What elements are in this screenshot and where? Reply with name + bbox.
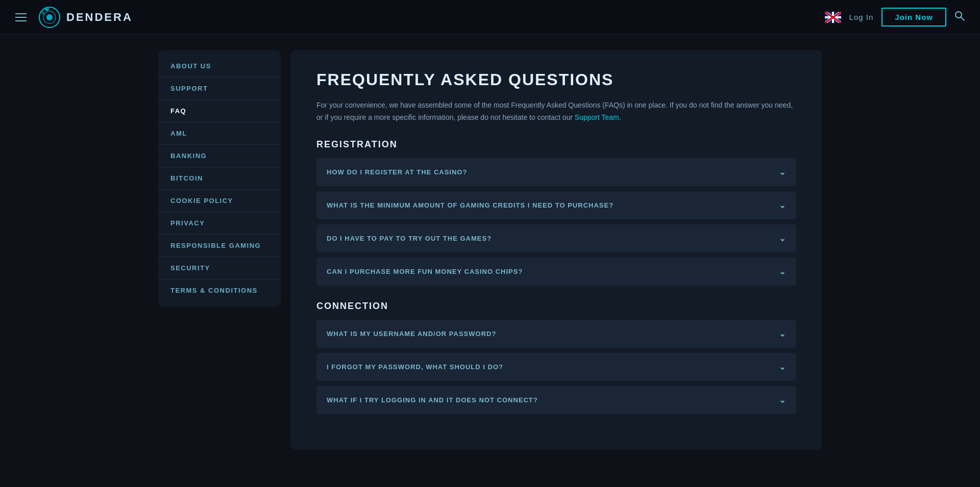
sidebar-item-security[interactable]: SECURITY <box>158 257 281 279</box>
faq-question-7[interactable]: WHAT IF I TRY LOGGING IN AND IT DOES NOT… <box>316 386 796 414</box>
faq-item-2: WHAT IS THE MINIMUM AMOUNT OF GAMING CRE… <box>316 191 796 219</box>
faq-question-1[interactable]: HOW DO I REGISTER AT THE CASINO? ⌄ <box>316 158 796 186</box>
chevron-down-icon: ⌄ <box>779 329 786 339</box>
language-flag[interactable] <box>825 12 841 23</box>
hamburger-menu[interactable] <box>15 13 27 21</box>
faq-item-4: CAN I PURCHASE MORE FUN MONEY CASINO CHI… <box>316 258 796 286</box>
sidebar-item-privacy[interactable]: PRIVACY <box>158 212 281 235</box>
chevron-down-icon: ⌄ <box>779 267 786 276</box>
chevron-down-icon: ⌄ <box>779 234 786 243</box>
sidebar-item-bitcoin[interactable]: BITCOIN <box>158 167 281 190</box>
sidebar-item-faq[interactable]: FAQ <box>158 100 281 122</box>
faq-item-7: WHAT IF I TRY LOGGING IN AND IT DOES NOT… <box>316 386 796 414</box>
faq-section-registration: REGISTRATION HOW DO I REGISTER AT THE CA… <box>316 139 796 286</box>
logo[interactable]: DENDERA <box>37 5 133 30</box>
sidebar: ABOUT US SUPPORT FAQ AML BANKING BITCOIN… <box>158 50 281 306</box>
sidebar-item-cookie-policy[interactable]: COOKIE POLICY <box>158 190 281 212</box>
svg-line-4 <box>961 17 964 20</box>
faq-question-5[interactable]: WHAT IS MY USERNAME AND/OR PASSWORD? ⌄ <box>316 320 796 348</box>
chevron-down-icon: ⌄ <box>779 200 786 210</box>
chevron-down-icon: ⌄ <box>779 362 786 372</box>
intro-paragraph: For your convenience, we have assembled … <box>316 99 796 124</box>
login-button[interactable]: Log In <box>849 13 874 21</box>
faq-section-connection: CONNECTION WHAT IS MY USERNAME AND/OR PA… <box>316 301 796 414</box>
sidebar-item-aml[interactable]: AML <box>158 122 281 145</box>
sidebar-item-responsible-gaming[interactable]: RESPONSIBLE GAMING <box>158 235 281 257</box>
join-button[interactable]: Join Now <box>881 8 946 27</box>
faq-question-4[interactable]: CAN I PURCHASE MORE FUN MONEY CASINO CHI… <box>316 258 796 286</box>
faq-question-6[interactable]: I FORGOT MY PASSWORD, WHAT SHOULD I DO? … <box>316 353 796 381</box>
main-content: FREQUENTLY ASKED QUESTIONS For your conv… <box>291 50 822 450</box>
faq-question-2[interactable]: WHAT IS THE MINIMUM AMOUNT OF GAMING CRE… <box>316 191 796 219</box>
search-button[interactable] <box>954 11 965 23</box>
faq-question-3[interactable]: DO I HAVE TO PAY TO TRY OUT THE GAMES? ⌄ <box>316 224 796 252</box>
sidebar-item-terms[interactable]: TERMS & CONDITIONS <box>158 279 281 301</box>
faq-item-5: WHAT IS MY USERNAME AND/OR PASSWORD? ⌄ <box>316 320 796 348</box>
logo-text: DENDERA <box>66 11 133 24</box>
svg-point-3 <box>955 12 962 18</box>
sidebar-item-banking[interactable]: BANKING <box>158 145 281 167</box>
section-heading-connection: CONNECTION <box>316 301 796 312</box>
chevron-down-icon: ⌄ <box>779 167 786 177</box>
faq-item-6: I FORGOT MY PASSWORD, WHAT SHOULD I DO? … <box>316 353 796 381</box>
faq-item-1: HOW DO I REGISTER AT THE CASINO? ⌄ <box>316 158 796 186</box>
sidebar-item-support[interactable]: SUPPORT <box>158 78 281 100</box>
svg-point-2 <box>46 14 53 20</box>
section-heading-registration: REGISTRATION <box>316 139 796 150</box>
page-title: FREQUENTLY ASKED QUESTIONS <box>316 70 796 89</box>
chevron-down-icon: ⌄ <box>779 395 786 405</box>
faq-item-3: DO I HAVE TO PAY TO TRY OUT THE GAMES? ⌄ <box>316 224 796 252</box>
support-team-link[interactable]: Support Team <box>575 113 619 121</box>
sidebar-item-about-us[interactable]: ABOUT US <box>158 55 281 78</box>
